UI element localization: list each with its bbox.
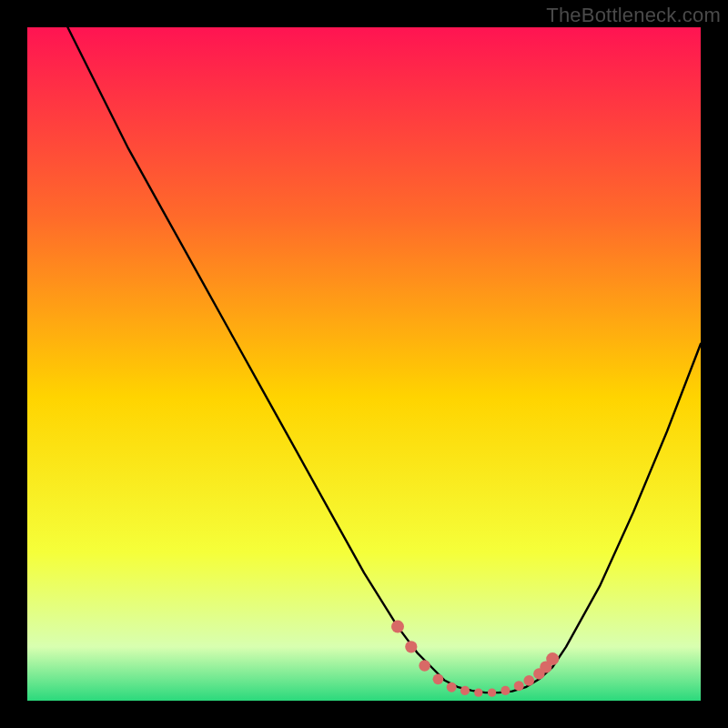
marker-dot xyxy=(546,652,559,665)
marker-dot xyxy=(523,675,534,686)
bottleneck-chart xyxy=(27,27,701,701)
gradient-background xyxy=(27,27,701,701)
marker-dot xyxy=(391,621,404,633)
marker-dot xyxy=(460,686,470,695)
marker-dot xyxy=(514,681,524,691)
marker-dot xyxy=(488,688,496,696)
marker-dot xyxy=(474,688,482,696)
marker-dot xyxy=(447,682,457,693)
marker-dot xyxy=(433,673,444,684)
marker-dot xyxy=(500,686,510,695)
marker-dot xyxy=(419,660,430,671)
marker-dot xyxy=(405,641,417,652)
plot-frame xyxy=(27,27,701,701)
watermark-text: TheBottleneck.com xyxy=(546,4,721,27)
